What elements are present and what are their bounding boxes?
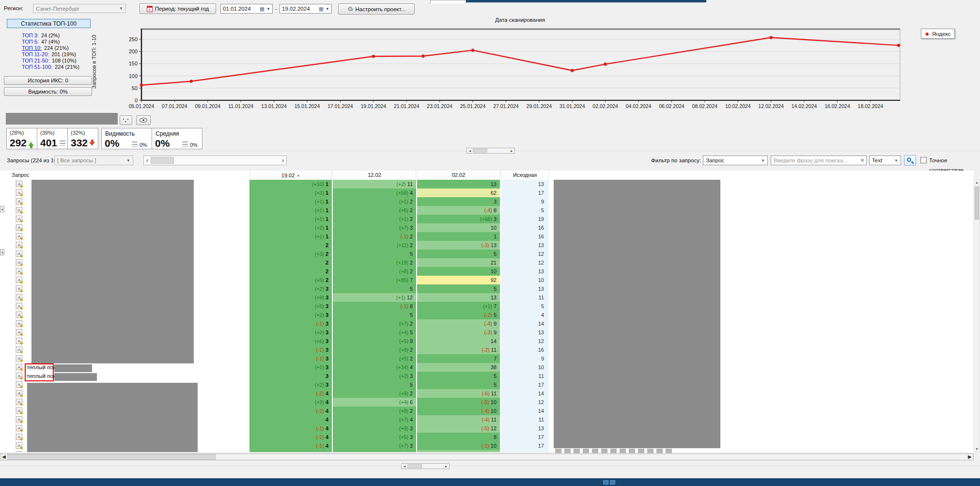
scrollbar-thumb[interactable] xyxy=(473,149,487,153)
column-header-02-02[interactable]: 02.02 xyxy=(417,171,500,180)
table-row[interactable]: Aтеплый пол(+1)3(+34)43810 xyxy=(0,363,974,372)
query-icon[interactable]: A xyxy=(16,390,22,396)
position-delta: (+8) xyxy=(399,408,408,414)
iks-history-button[interactable]: История ИКС: 0 xyxy=(4,76,92,85)
queries-group-select[interactable]: [ Все запросы ] ▼ xyxy=(54,156,133,165)
query-icon[interactable]: A xyxy=(16,233,22,239)
search-button[interactable] xyxy=(904,155,916,166)
top-stat-link[interactable]: ТОП 10:224 (21%) xyxy=(22,45,79,51)
scroll-right-icon[interactable]: › xyxy=(280,156,286,165)
table-vertical-scrollbar[interactable]: ▲ ▼ xyxy=(974,179,980,452)
query-icon[interactable]: A xyxy=(16,416,22,423)
query-icon[interactable]: A xyxy=(16,320,22,327)
visibility-button[interactable]: Видимость: 0% xyxy=(4,87,92,96)
query-icon[interactable]: A xyxy=(16,259,22,266)
scroll-right-icon[interactable]: ▸ xyxy=(509,149,514,153)
query-icon[interactable]: A xyxy=(16,303,22,309)
top-stat-link[interactable]: ТОП 51-100:224 (21%) xyxy=(22,64,79,70)
query-icon[interactable]: A xyxy=(16,277,22,283)
column-header-Исходная[interactable]: Исходная xyxy=(501,171,549,180)
collapse-panel-handle[interactable]: ◂ xyxy=(0,249,4,255)
scrollbar-thumb[interactable] xyxy=(407,464,422,468)
query-icon[interactable]: A xyxy=(16,434,22,440)
query-icon[interactable]: A xyxy=(16,181,22,187)
scroll-down-icon[interactable]: ▼ xyxy=(974,447,980,451)
taskbar-icon[interactable] xyxy=(610,480,615,485)
top-stat-link[interactable]: ТОП 11-20:201 (19%) xyxy=(22,51,79,58)
scroll-left-icon[interactable]: ◂ xyxy=(467,149,473,153)
top-stat-link[interactable]: ТОП 21-50:108 (10%) xyxy=(22,58,79,64)
column-header-12-02[interactable]: 12.02 xyxy=(333,171,416,180)
table-row[interactable]: Aтеплый пол3(+2)3511 xyxy=(0,372,974,380)
search-input[interactable] xyxy=(771,156,867,165)
query-icon[interactable]: A xyxy=(16,442,22,449)
collapse-panel-handle[interactable]: ◂ xyxy=(0,206,4,212)
columns-scrollbar[interactable]: ‹ › xyxy=(143,156,287,165)
filter-type-select[interactable]: Text ▼ xyxy=(869,156,901,165)
chevron-down-icon[interactable]: ▼ xyxy=(266,7,270,11)
query-icon[interactable]: A xyxy=(16,399,22,405)
cell-12-02: 5 xyxy=(333,250,416,258)
scroll-left-icon[interactable]: ◄ xyxy=(0,453,7,461)
query-icon[interactable]: A xyxy=(16,268,22,274)
query-icon[interactable]: A xyxy=(16,251,22,257)
query-icon[interactable]: A xyxy=(16,329,22,335)
query-icon[interactable]: A xyxy=(16,285,22,292)
query-icon[interactable]: A xyxy=(16,294,22,300)
scroll-right-icon[interactable]: ▸ xyxy=(443,464,449,469)
taskbar-icon[interactable] xyxy=(603,480,608,485)
query-icon[interactable]: A xyxy=(16,216,22,222)
query-icon[interactable]: A xyxy=(16,242,22,248)
configure-project-button[interactable]: ⚙ Настроить проект... xyxy=(338,3,415,15)
table-horizontal-scrollbar[interactable]: ◄ ► xyxy=(0,454,974,460)
scrollbar-thumb[interactable] xyxy=(151,157,174,164)
top-stat-link[interactable]: ТОП 3:24 (2%) xyxy=(22,32,79,39)
clear-icon[interactable]: × xyxy=(858,156,866,165)
query-icon[interactable]: A xyxy=(16,312,22,318)
query-icon[interactable]: A xyxy=(16,408,22,414)
position-delta: (-5) xyxy=(481,399,489,405)
period-button[interactable]: 5 Период: текущий год xyxy=(140,3,216,14)
position-value: 13 xyxy=(491,242,497,248)
query-icon[interactable]: A xyxy=(16,364,22,370)
exact-match-checkbox[interactable] xyxy=(920,157,927,163)
scrollbar-thumb[interactable] xyxy=(7,454,216,460)
cell-original: 13 xyxy=(501,424,549,433)
statistics-top100-button[interactable]: Статистика ТОП-100 xyxy=(7,19,91,28)
eye-button[interactable] xyxy=(136,115,151,125)
panel-splitter[interactable] xyxy=(0,466,980,466)
cell-12-02: (+5)2 xyxy=(333,354,416,363)
scroll-right-icon[interactable]: ► xyxy=(966,453,973,461)
scroll-up-icon[interactable]: ▲ xyxy=(974,181,980,184)
cell-12-02: (+7)3 xyxy=(333,223,416,232)
query-icon[interactable]: A xyxy=(16,224,22,231)
top-stat-label: ТОП 3: xyxy=(22,32,39,38)
scroll-left-icon[interactable]: ◂ xyxy=(402,464,407,469)
scroll-left-icon[interactable]: ‹ xyxy=(144,156,151,165)
chevron-down-icon[interactable]: ▼ xyxy=(326,7,329,11)
query-icon[interactable]: A xyxy=(16,373,22,379)
splitter-scrollbar-top[interactable]: ◂ ▸ xyxy=(467,148,515,154)
date-from-field[interactable]: 01.01.2024 ▦ ▼ xyxy=(220,4,273,14)
region-select[interactable]: Санкт-Петербург ▼ xyxy=(33,4,126,13)
query-icon[interactable]: A xyxy=(16,198,22,204)
query-icon[interactable]: A xyxy=(16,189,22,196)
query-icon[interactable]: A xyxy=(16,207,22,213)
filter-field-select[interactable]: Запрос ▼ xyxy=(703,156,768,165)
options-dots-button[interactable] xyxy=(120,115,132,125)
splitter-scrollbar-bottom[interactable]: ◂ ▸ xyxy=(401,463,450,469)
query-icon[interactable]: A xyxy=(16,451,22,452)
date-to-field[interactable]: 19.02.2024 ▦ ▼ xyxy=(280,4,332,14)
query-icon[interactable]: A xyxy=(16,355,22,361)
position-value: 8 xyxy=(410,303,413,309)
query-icon[interactable]: A xyxy=(16,425,22,431)
position-delta: (+58) xyxy=(396,190,408,196)
chart-legend[interactable]: ◆ Яндекс xyxy=(921,29,955,39)
scrollbar-thumb[interactable] xyxy=(975,187,979,219)
position-value: 3 xyxy=(326,329,328,335)
query-icon[interactable]: A xyxy=(16,381,22,388)
column-header-19-02[interactable]: 19.02▲ xyxy=(249,171,332,180)
query-icon[interactable]: A xyxy=(16,346,22,353)
query-icon[interactable]: A xyxy=(16,338,22,344)
top-stat-link[interactable]: ТОП 5:47 (4%) xyxy=(22,39,79,45)
